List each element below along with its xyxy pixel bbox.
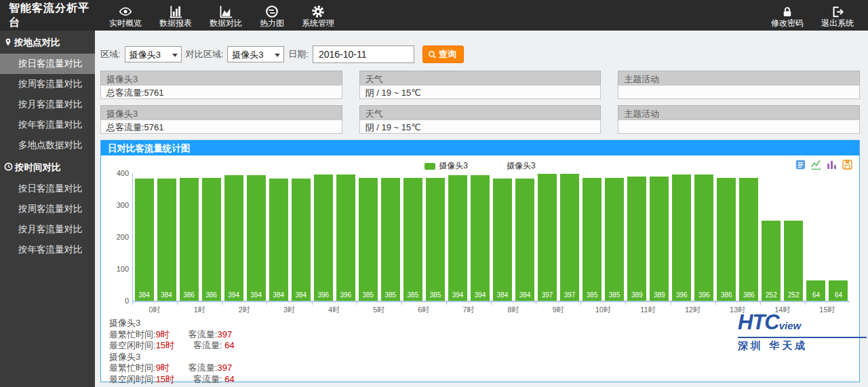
bar-series1-13: 386 xyxy=(739,178,758,301)
nav-item-label: 退出系统 xyxy=(821,18,854,28)
nav-item-label: 数据报表 xyxy=(159,18,192,28)
bar-value-label: 396 xyxy=(336,291,355,299)
info-box-value: 阴 / 19 ~ 15℃ xyxy=(359,119,601,134)
bar-value-label: 252 xyxy=(762,291,781,299)
query-button-label: 查询 xyxy=(439,48,456,60)
nav-right-item-1[interactable]: 退出系统 xyxy=(812,0,863,31)
nav-item-0[interactable]: 实时概览 xyxy=(100,0,151,31)
sidebar-item-1-0[interactable]: 按日客流量对比 xyxy=(0,179,95,199)
info-box-value xyxy=(618,85,860,99)
date-input[interactable] xyxy=(313,45,414,63)
info-box-0-1: 天气阴 / 19 ~ 15℃ xyxy=(359,71,601,99)
bar-series1-11: 389 xyxy=(650,177,669,301)
legend-item-1[interactable]: 摄像头3 xyxy=(492,160,536,172)
bar-series1-4: 396 xyxy=(336,174,355,301)
bar-group-3: 384384 xyxy=(267,173,312,301)
bar-group-5: 385385 xyxy=(357,173,401,301)
sidebar-item-0-1[interactable]: 按周客流量对比 xyxy=(0,74,95,94)
topnav-items: 实时概览数据报表数据对比热力图系统管理 xyxy=(100,0,343,31)
info-box-value: 总客流量:5761 xyxy=(100,119,342,134)
info-box-title: 摄像头3 xyxy=(100,71,342,85)
summary-busy-line: 最繁忙时间:9时客流量:397 xyxy=(109,363,851,374)
bar-series0-2: 394 xyxy=(224,175,243,301)
nav-item-4[interactable]: 系统管理 xyxy=(293,0,343,31)
filter-bar: 区域: 摄像头3 对比区域: 摄像头3 日期: 查询 xyxy=(100,45,860,64)
bar-value-label: 384 xyxy=(493,291,512,299)
bar-series0-0: 384 xyxy=(135,179,154,301)
bar-value-label: 394 xyxy=(224,291,243,299)
x-axis-label-2: 2时 xyxy=(222,302,267,314)
bar-group-9: 397397 xyxy=(536,173,581,301)
bar-series0-12: 396 xyxy=(672,174,691,301)
bar-series0-15: 64 xyxy=(806,280,825,301)
info-box-title: 主题活动 xyxy=(618,105,860,119)
bar-group-0: 384384 xyxy=(133,173,178,301)
bar-value-label: 252 xyxy=(784,291,803,299)
topbar-spacer xyxy=(343,0,762,31)
sidebar-item-0-3[interactable]: 按年客流量对比 xyxy=(0,115,95,135)
bar-series1-7: 394 xyxy=(471,175,490,301)
sidebar-item-0-4[interactable]: 多地点数据对比 xyxy=(0,135,95,155)
sidebar-item-1-1[interactable]: 按周客流量对比 xyxy=(0,199,95,219)
heatmap-icon xyxy=(265,5,279,18)
compare-chart-icon xyxy=(219,5,233,18)
bar-series0-9: 397 xyxy=(538,174,557,301)
bar-chart-type-icon[interactable] xyxy=(826,159,837,170)
line-chart-type-icon[interactable] xyxy=(810,159,822,170)
x-axis-label-3: 3时 xyxy=(267,302,311,314)
bar-value-label: 396 xyxy=(314,291,333,299)
bar-series0-4: 396 xyxy=(314,174,333,301)
x-axis-label-1: 1时 xyxy=(177,302,222,314)
sidebar-item-1-2[interactable]: 按月客流量对比 xyxy=(0,219,95,240)
nav-item-1[interactable]: 数据报表 xyxy=(151,0,201,31)
data-view-icon[interactable] xyxy=(795,159,806,170)
busy-flow-value: 397 xyxy=(217,363,232,373)
bar-group-14: 252252 xyxy=(760,173,805,301)
sidebar-section-0[interactable]: 按地点对比 xyxy=(0,31,95,54)
nav-item-2[interactable]: 数据对比 xyxy=(201,0,251,31)
sidebar-item-1-3[interactable]: 按年客流量对比 xyxy=(0,240,95,260)
bar-group-10: 385385 xyxy=(581,173,626,301)
nav-item-3[interactable]: 热力图 xyxy=(251,0,293,31)
info-row-0: 摄像头3总客流量:5761天气阴 / 19 ~ 15℃主题活动 xyxy=(100,71,860,99)
bar-value-label: 397 xyxy=(560,291,579,299)
sidebar-item-0-2[interactable]: 按月客流量对比 xyxy=(0,94,95,115)
bar-value-label: 64 xyxy=(829,291,848,299)
bar-plot: 0100200300400384384386386394394384384396… xyxy=(132,173,850,314)
compare-region-label: 对比区域: xyxy=(186,48,224,60)
compare-region-select[interactable]: 摄像头3 xyxy=(227,46,284,62)
info-box-title: 天气 xyxy=(359,105,601,119)
bar-series1-8: 384 xyxy=(515,179,534,301)
legend-item-0[interactable]: 摄像头3 xyxy=(425,160,468,172)
info-box-0-0: 摄像头3总客流量:5761 xyxy=(100,71,342,99)
y-axis-tick: 200 xyxy=(103,233,129,241)
bar-group-6: 385385 xyxy=(401,173,446,301)
logo-subtitle: 深圳 华天成 xyxy=(738,339,867,352)
busy-time-value: 9时 xyxy=(156,329,170,339)
x-axis-label-10: 10时 xyxy=(580,302,625,314)
y-axis-tick: 300 xyxy=(103,201,129,209)
sidebar-item-0-0[interactable]: 按日客流量对比 xyxy=(0,54,95,74)
bar-series1-15: 64 xyxy=(829,280,848,301)
summary-block-1: 摄像头3最繁忙时间:9时客流量:397最空闲时间:15时客流量: 64 xyxy=(109,352,851,386)
bar-group-12: 396396 xyxy=(671,173,715,301)
busy-time-label: 最繁忙时间: xyxy=(109,329,156,339)
info-box-title: 天气 xyxy=(359,71,601,85)
info-box-value xyxy=(618,119,860,134)
legend-swatch xyxy=(492,163,503,170)
busy-time-label: 最繁忙时间: xyxy=(109,363,156,373)
bar-series0-10: 385 xyxy=(583,178,601,301)
region-label: 区域: xyxy=(100,48,121,60)
bar-group-2: 394394 xyxy=(222,173,267,301)
x-axis-label-5: 5时 xyxy=(357,302,401,314)
nav-right-item-0[interactable]: 修改密码 xyxy=(762,0,812,31)
query-button[interactable]: 查询 xyxy=(422,45,464,63)
sidebar-section-1[interactable]: 按时间对比 xyxy=(0,155,95,179)
info-row-1: 摄像头3总客流量:5761天气阴 / 19 ~ 15℃主题活动 xyxy=(100,105,860,134)
save-image-icon[interactable] xyxy=(842,159,853,170)
bar-value-label: 385 xyxy=(426,291,445,299)
bar-group-4: 396396 xyxy=(312,173,357,301)
region-select[interactable]: 摄像头3 xyxy=(125,46,182,62)
bar-value-label: 389 xyxy=(627,291,646,299)
chart-legend: 摄像头3摄像头3 xyxy=(101,160,859,172)
